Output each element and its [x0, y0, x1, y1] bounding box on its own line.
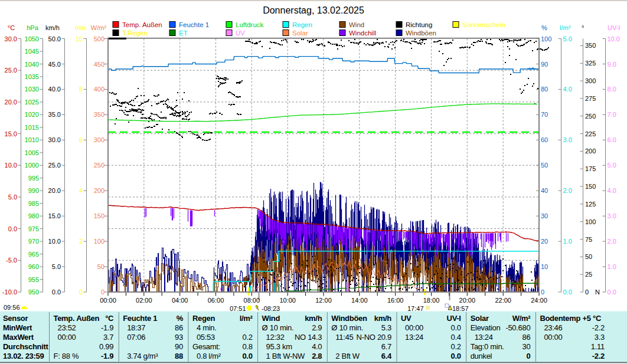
svg-text:12:32: 12:32 — [266, 333, 285, 342]
svg-text:50: 50 — [97, 263, 105, 270]
svg-text:990: 990 — [28, 187, 39, 194]
svg-text:Feuchte 1: Feuchte 1 — [179, 21, 209, 28]
svg-text:1020: 1020 — [25, 111, 39, 118]
svg-text:Bodentemp +5 °C: Bodentemp +5 °C — [540, 314, 602, 323]
svg-text:300: 300 — [94, 136, 105, 143]
svg-text:-1.9: -1.9 — [101, 352, 113, 360]
svg-text:0.0: 0.0 — [608, 288, 616, 296]
svg-text:10:00: 10:00 — [279, 297, 296, 304]
svg-text:100: 100 — [585, 218, 596, 225]
svg-text:UV-I: UV-I — [608, 24, 620, 31]
svg-text:1.0: 1.0 — [608, 263, 616, 270]
svg-text:MaxWert: MaxWert — [3, 333, 34, 342]
svg-text:20: 20 — [541, 238, 548, 245]
svg-text:88: 88 — [175, 352, 183, 360]
svg-text:1005: 1005 — [25, 149, 39, 156]
svg-text:°C: °C — [8, 24, 15, 31]
svg-text:Ø 10 min.: Ø 10 min. — [331, 323, 363, 332]
svg-text:18:57: 18:57 — [452, 305, 469, 312]
svg-text:2.0: 2.0 — [608, 238, 616, 245]
svg-text:250: 250 — [585, 113, 596, 120]
svg-text:Temp. Außen: Temp. Außen — [54, 314, 100, 323]
svg-text:Tag:0 min.: Tag:0 min. — [471, 342, 504, 351]
svg-text:150: 150 — [585, 183, 596, 190]
svg-text:200: 200 — [94, 187, 105, 194]
svg-text:0.99: 0.99 — [99, 342, 113, 351]
svg-text:Gesamt:: Gesamt: — [192, 342, 220, 351]
svg-text:km/h: km/h — [305, 314, 322, 323]
svg-text:N: N — [595, 288, 600, 296]
svg-text:960: 960 — [28, 263, 39, 270]
svg-text:275: 275 — [585, 95, 596, 102]
svg-text:0.0: 0.0 — [242, 352, 252, 360]
svg-text:10: 10 — [76, 35, 83, 42]
svg-text:06:00: 06:00 — [208, 297, 224, 304]
svg-text:Temp. Außen: Temp. Außen — [122, 21, 162, 28]
svg-text:90: 90 — [175, 342, 183, 351]
svg-text:-2.2: -2.2 — [592, 352, 605, 360]
svg-text:1 Bft W-NW: 1 Bft W-NW — [266, 352, 305, 360]
svg-text:08:00: 08:00 — [244, 297, 260, 304]
svg-text:09:56: 09:56 — [4, 304, 20, 311]
svg-text:min: min — [75, 24, 86, 31]
svg-text:50: 50 — [585, 253, 592, 260]
svg-text:1040: 1040 — [25, 61, 39, 68]
svg-text:3.74 g/m³: 3.74 g/m³ — [127, 352, 158, 360]
svg-text:0.2: 0.2 — [242, 333, 252, 342]
svg-text:6: 6 — [79, 136, 83, 143]
svg-text:70: 70 — [541, 111, 548, 118]
svg-text:Wind: Wind — [349, 21, 364, 28]
svg-text:15.0: 15.0 — [5, 130, 17, 137]
svg-text:Donnerstag, 13.02.2025: Donnerstag, 13.02.2025 — [263, 5, 364, 15]
svg-text:40: 40 — [541, 187, 548, 194]
svg-text:1.11: 1.11 — [591, 342, 605, 351]
svg-text:4.0: 4.0 — [312, 342, 322, 351]
svg-text:00:00: 00:00 — [544, 333, 562, 342]
svg-text:07:51: 07:51 — [230, 305, 246, 312]
svg-text:5.0: 5.0 — [8, 194, 17, 201]
svg-text:0.2: 0.2 — [451, 342, 461, 351]
svg-text:0: 0 — [526, 352, 530, 360]
svg-text:5.0: 5.0 — [608, 162, 616, 169]
svg-text:2.0: 2.0 — [563, 187, 572, 194]
svg-text:5.0: 5.0 — [52, 263, 61, 270]
svg-text:18:00: 18:00 — [423, 297, 440, 304]
svg-text:km/h: km/h — [374, 314, 392, 323]
svg-text:0.0: 0.0 — [8, 225, 17, 232]
svg-text:20:00: 20:00 — [459, 297, 476, 304]
svg-text:30.0: 30.0 — [48, 136, 61, 143]
svg-text:-5.0: -5.0 — [6, 257, 17, 264]
svg-text:20.0: 20.0 — [5, 99, 17, 106]
svg-text:13:24: 13:24 — [475, 333, 493, 342]
svg-text:00:00: 00:00 — [405, 323, 423, 332]
svg-text:350: 350 — [94, 111, 105, 118]
svg-text:05:53: 05:53 — [197, 333, 215, 342]
svg-text:24:00: 24:00 — [531, 297, 547, 304]
svg-text:17:47: 17:47 — [407, 305, 424, 312]
svg-text:Richtung: Richtung — [406, 21, 432, 28]
svg-text:1045: 1045 — [25, 48, 39, 55]
svg-text:1000: 1000 — [25, 162, 39, 169]
svg-text:8: 8 — [79, 86, 83, 93]
svg-text:4.0: 4.0 — [608, 187, 616, 194]
svg-text:2: 2 — [79, 238, 83, 245]
svg-text:Windböen: Windböen — [331, 314, 367, 323]
svg-text:970: 970 — [28, 238, 39, 245]
svg-text:1025: 1025 — [25, 99, 39, 106]
svg-text:22:00: 22:00 — [495, 297, 511, 304]
svg-text:W/m²: W/m² — [91, 24, 107, 31]
svg-text:1035: 1035 — [25, 73, 39, 80]
svg-text:13.02. 23:59: 13.02. 23:59 — [3, 352, 44, 360]
svg-text:-50.680: -50.680 — [505, 323, 530, 332]
svg-text:07:06: 07:06 — [127, 333, 145, 342]
svg-text:0.0: 0.0 — [563, 288, 572, 296]
svg-text:F: 88 %: F: 88 % — [54, 352, 79, 360]
svg-text:10.0: 10.0 — [608, 35, 620, 42]
svg-text:60: 60 — [541, 136, 548, 143]
svg-text:95.3 km: 95.3 km — [266, 342, 292, 351]
svg-text:175: 175 — [585, 165, 596, 172]
svg-text:Durchschnitt: Durchschnitt — [3, 342, 49, 351]
svg-text:Windböen: Windböen — [406, 29, 436, 37]
svg-text:7.0: 7.0 — [608, 111, 616, 118]
svg-text:Regen: Regen — [292, 21, 312, 28]
